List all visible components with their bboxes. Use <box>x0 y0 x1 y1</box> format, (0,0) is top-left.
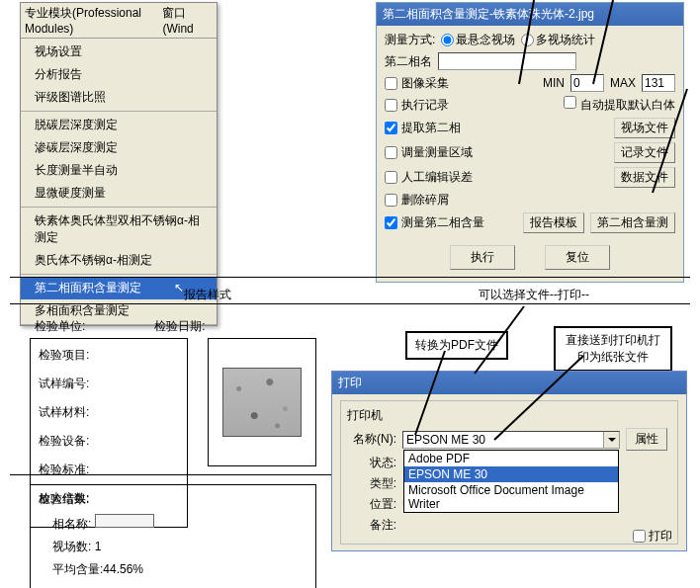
menu-item[interactable]: 长度测量半自动 <box>21 159 217 182</box>
dropdown-item[interactable]: Adobe PDF <box>404 451 618 466</box>
callout-printer: 直接送到打印机打印为纸张文件 <box>554 326 672 372</box>
chk-label: 人工编辑误差 <box>401 169 473 186</box>
divider <box>10 277 690 278</box>
chk-delete[interactable] <box>385 194 397 207</box>
radio-option-2[interactable]: 多视场统计 <box>521 32 595 48</box>
field: 检验项目: <box>39 347 179 364</box>
field: 试样编号: <box>39 376 179 392</box>
chk-label: 调量测量区域 <box>401 144 473 161</box>
chk-record[interactable] <box>385 99 397 112</box>
radio2[interactable] <box>521 34 534 46</box>
report-image-box <box>208 338 316 466</box>
reset-button[interactable]: 复位 <box>545 245 610 270</box>
report-date-label: 检验日期: <box>154 318 205 335</box>
printer-group: 打印机 名称(N): EPSON ME 30 Adobe PDF EPSON M… <box>340 400 678 545</box>
chk-region[interactable] <box>385 146 397 159</box>
chk-print-file[interactable] <box>633 530 646 543</box>
report-result-box: 检验结果: 相名称: 视场数: 1 平均含量:44.56% <box>30 484 316 588</box>
chk-edit[interactable] <box>385 171 397 184</box>
chk-label: 执行记录 <box>401 97 449 114</box>
menu-item[interactable]: 视场设置 <box>21 41 217 63</box>
radio1[interactable] <box>441 34 454 46</box>
phase-name-input[interactable] <box>438 52 576 70</box>
result-row: 视场数: 1 <box>52 539 307 555</box>
chk-extract[interactable] <box>385 122 397 134</box>
menu-item[interactable]: 分析报告 <box>21 63 217 86</box>
printer-dropdown: Adobe PDF EPSON ME 30 Microsoft Office D… <box>403 450 619 513</box>
measurement-dialog: 第二相面积含量测定-铁素体珠光体-2.jpg 测量方式: 最悬念视场 多视场统计… <box>376 2 684 283</box>
min-label: MIN <box>543 76 565 90</box>
data-file-button[interactable]: 数据文件 <box>614 167 675 188</box>
chevron-down-icon[interactable] <box>603 432 619 448</box>
result-row: 相名称: <box>52 514 307 533</box>
report-unit-label: 检验单位: <box>35 318 85 335</box>
menu-item[interactable]: 显微硬度测量 <box>21 182 217 205</box>
divider <box>10 474 346 475</box>
phase-name-label: 第二相名 <box>385 53 432 70</box>
chk-label: 测量第二相含量 <box>401 214 484 231</box>
menu-item[interactable]: 评级图谱比照 <box>21 86 217 109</box>
chk-label: 提取第二相 <box>401 120 461 136</box>
dialog-title: 第二相面积含量测定-铁素体珠光体-2.jpg <box>377 3 683 26</box>
record-file-button[interactable]: 记录文件 <box>614 142 675 163</box>
name-label: 名称(N): <box>347 431 396 448</box>
print-dialog: 打印 打印机 名称(N): EPSON ME 30 Adobe PDF EPSO… <box>331 371 687 551</box>
dropdown-item[interactable]: Microsoft Office Document Image Writer <box>404 482 618 512</box>
max-label: MAX <box>610 76 636 90</box>
combo-value: EPSON ME 30 <box>406 433 485 447</box>
measure-label: 测量方式: <box>385 32 435 48</box>
report-template-button[interactable]: 报告模板 <box>523 212 584 233</box>
chk-label: 删除碎屑 <box>401 192 449 209</box>
properties-button[interactable]: 属性 <box>626 428 667 451</box>
print-dialog-title: 打印 <box>332 372 686 394</box>
report-style-label: 报告样式 <box>119 287 297 304</box>
phase-name-display <box>95 514 154 528</box>
microstructure-image <box>222 368 302 437</box>
field: 试样材料: <box>39 404 179 421</box>
chk-capture[interactable] <box>385 77 397 90</box>
type-label: 类型: <box>347 475 396 492</box>
file-print-label: 可以选择文件--打印-- <box>435 287 633 304</box>
menu-header-window[interactable]: 窗口(Wind <box>162 5 205 36</box>
measure-mode-row: 测量方式: 最悬念视场 多视场统计 <box>385 32 675 48</box>
menu-item[interactable]: 奥氏体不锈钢α-相测定 <box>21 249 217 272</box>
location-label: 位置: <box>347 496 396 513</box>
min-input[interactable] <box>570 74 604 92</box>
printer-combo[interactable]: EPSON ME 30 Adobe PDF EPSON ME 30 Micros… <box>402 431 620 449</box>
chk-auto[interactable] <box>564 96 576 109</box>
execute-button[interactable]: 执行 <box>450 245 515 270</box>
callout-pdf: 转换为PDF文件 <box>405 331 508 360</box>
chk-label: 图像采集 <box>401 75 449 92</box>
menu-header: 专业模块(Professional Modules) 窗口(Wind <box>21 3 217 39</box>
radio-option-1[interactable]: 最悬念视场 <box>441 32 515 48</box>
field: 检验设备: <box>39 433 179 450</box>
menu-header-modules[interactable]: 专业模块(Professional Modules) <box>25 5 154 36</box>
max-input[interactable] <box>642 74 675 92</box>
content-meas-button[interactable]: 第二相含量测 <box>590 212 675 233</box>
result-title: 检验结果: <box>39 491 307 508</box>
field: 检验标准: <box>39 462 179 478</box>
menu-item[interactable]: 铁素体奥氏体型双相不锈钢α-相测定 <box>21 210 217 249</box>
dropdown-item-selected[interactable]: EPSON ME 30 <box>404 466 618 482</box>
divider <box>10 303 690 304</box>
chk-measure[interactable] <box>385 216 397 229</box>
menu-item[interactable]: 渗碳层深度测定 <box>21 136 217 159</box>
auto-extract[interactable]: 自动提取默认白体 <box>564 96 675 114</box>
result-row: 平均含量:44.56% <box>52 561 307 578</box>
status-label: 状态: <box>347 455 396 471</box>
menu-item[interactable]: 脱碳层深度测定 <box>21 114 217 136</box>
view-file-button[interactable]: 视场文件 <box>614 118 675 138</box>
note-label: 备注: <box>347 517 396 534</box>
printer-group-label: 打印机 <box>347 407 671 424</box>
print-to-file[interactable]: 打印 <box>633 528 672 545</box>
report-header: 检验单位: 检验日期: <box>35 318 275 335</box>
